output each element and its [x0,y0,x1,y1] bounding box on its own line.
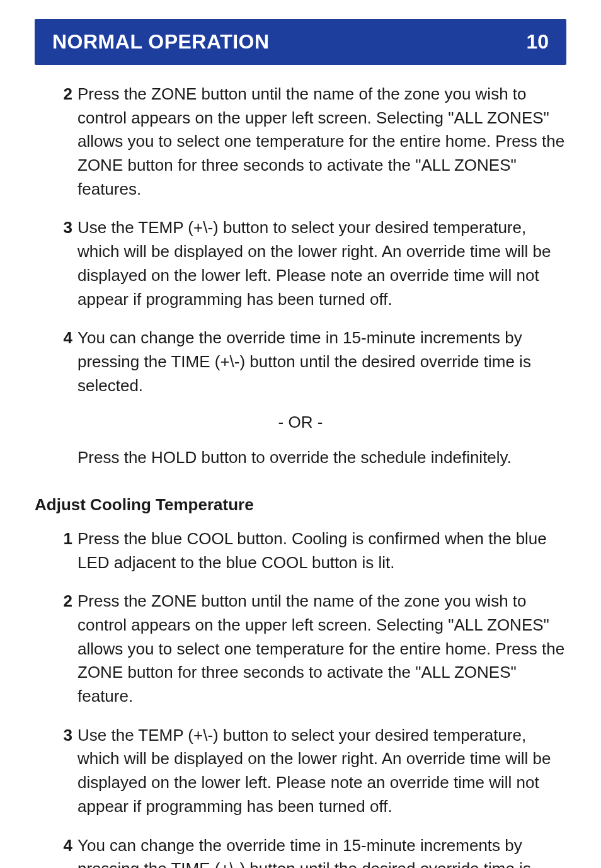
step-number: 2 [60,590,72,614]
step-text: Use the TEMP (+\-) button to select your… [77,218,551,308]
step-item: 1 Press the blue COOL button. Cooling is… [60,527,566,574]
step-number: 4 [60,834,72,858]
step-text: Press the blue COOL button. Cooling is c… [77,529,547,572]
step-text: You can change the override time in 15-m… [77,328,531,394]
step-text: You can change the override time in 15-m… [77,836,531,869]
step-item: 4 You can change the override time in 15… [60,326,566,397]
step-text: Press the ZONE button until the name of … [77,84,564,198]
section2-heading: Adjust Cooling Temperature [35,495,566,515]
section1-steps: 2 Press the ZONE button until the name o… [35,83,566,397]
step-item: 3 Use the TEMP (+\-) button to select yo… [60,216,566,311]
step-number: 3 [60,724,72,748]
header-bar: NORMAL OPERATION 10 [35,19,566,65]
step-text: Press the ZONE button until the name of … [77,591,564,705]
step-text: Use the TEMP (+\-) button to select your… [77,726,551,816]
header-page-number: 10 [526,30,549,54]
step-item: 2 Press the ZONE button until the name o… [60,83,566,201]
step-item: 4 You can change the override time in 15… [60,834,566,869]
step-item: 2 Press the ZONE button until the name o… [60,590,566,708]
step-number: 2 [60,83,72,106]
section1-follow: Press the HOLD button to override the sc… [35,446,566,470]
step-number: 1 [60,527,72,551]
or-separator: - OR - [35,413,566,432]
step-number: 4 [60,326,72,350]
step-item: 3 Use the TEMP (+\-) button to select yo… [60,724,566,819]
page: NORMAL OPERATION 10 2 Press the ZONE but… [0,0,601,868]
section2-steps: 1 Press the blue COOL button. Cooling is… [35,527,566,868]
header-title: NORMAL OPERATION [52,30,270,54]
step-number: 3 [60,216,72,240]
